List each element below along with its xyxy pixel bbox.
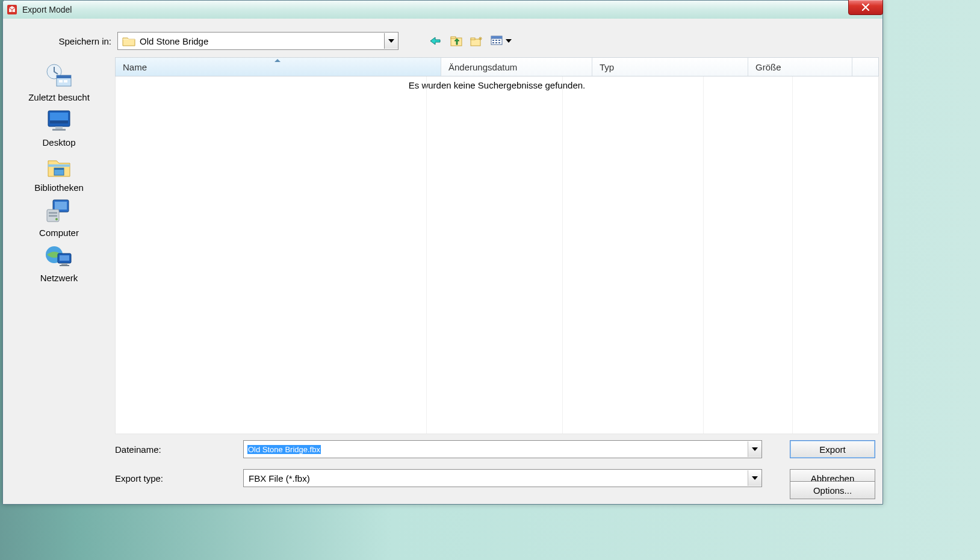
new-folder-button[interactable] [470, 34, 484, 48]
column-modified[interactable]: Änderungsdatum [441, 58, 592, 76]
back-button[interactable] [429, 34, 443, 48]
place-label: Netzwerk [40, 273, 78, 283]
save-in-label: Speichern in: [3, 36, 117, 46]
svg-rect-27 [52, 129, 66, 131]
svg-rect-32 [55, 202, 67, 210]
column-name[interactable]: Name [116, 58, 441, 76]
file-list-body[interactable]: Es wurden keine Suchergebnisse gefunden. [115, 76, 879, 434]
filename-label: Dateiname: [3, 444, 243, 455]
app-icon [7, 4, 17, 15]
svg-rect-14 [498, 40, 500, 41]
svg-rect-13 [495, 40, 497, 41]
svg-rect-11 [491, 36, 502, 39]
chevron-down-icon [506, 39, 512, 43]
svg-rect-28 [48, 164, 70, 167]
folder-icon [122, 34, 136, 48]
close-button[interactable] [848, 0, 883, 15]
place-computer[interactable]: Computer [14, 198, 104, 238]
svg-rect-22 [64, 80, 67, 82]
svg-rect-30 [54, 168, 64, 170]
export-type-value: FBX File (*.fbx) [244, 473, 748, 484]
export-type-label: Export type: [3, 473, 243, 484]
save-in-name: Old Stone Bridge [140, 36, 384, 46]
place-label: Computer [39, 228, 79, 238]
column-label: Größe [755, 62, 781, 72]
place-label: Desktop [42, 137, 75, 148]
place-desktop[interactable]: Desktop [14, 107, 104, 148]
svg-point-36 [55, 218, 58, 220]
svg-rect-25 [50, 120, 68, 123]
save-in-combo[interactable]: Old Stone Bridge [117, 32, 399, 50]
column-header-row: Name Änderungsdatum Typ Größe [115, 57, 879, 76]
titlebar[interactable]: Export Model [3, 1, 882, 19]
svg-rect-40 [61, 263, 67, 265]
export-button[interactable]: Export [790, 440, 875, 458]
nav-toolbar [429, 34, 512, 48]
chevron-down-icon [752, 447, 758, 451]
svg-rect-26 [55, 126, 63, 129]
place-recent[interactable]: Zuletzt besucht [14, 62, 104, 102]
svg-rect-4 [471, 38, 475, 40]
svg-rect-20 [57, 75, 71, 78]
place-label: Zuletzt besucht [28, 92, 90, 102]
filename-dropdown-button[interactable] [748, 441, 761, 457]
svg-rect-3 [471, 39, 480, 46]
svg-rect-12 [492, 40, 494, 41]
svg-rect-17 [498, 42, 500, 43]
column-label: Änderungsdatum [448, 62, 517, 72]
client-area: Speichern in: Old Stone Bridge [3, 19, 882, 504]
column-size[interactable]: Größe [748, 58, 852, 76]
window-title: Export Model [22, 5, 72, 14]
file-list: Name Änderungsdatum Typ Größe Es wu [115, 57, 879, 434]
export-type-dropdown-button[interactable] [748, 470, 761, 486]
column-spacer [852, 58, 878, 76]
chevron-down-icon [388, 39, 394, 43]
svg-rect-35 [49, 215, 57, 217]
places-bar: Zuletzt besucht Desktop Bibliotheken Com… [3, 57, 115, 434]
options-button[interactable]: Options... [790, 481, 875, 499]
svg-rect-39 [60, 255, 69, 261]
column-label: Name [123, 62, 147, 72]
chevron-down-icon [752, 476, 758, 480]
filename-combo[interactable]: Old Stone Bridge.fbx [243, 440, 762, 458]
middle-area: Zuletzt besucht Desktop Bibliotheken Com… [3, 57, 882, 434]
place-network[interactable]: Netzwerk [14, 243, 104, 283]
svg-rect-2 [451, 37, 456, 39]
svg-rect-34 [49, 212, 57, 214]
bottom-panel: Dateiname: Old Stone Bridge.fbx Export E… [3, 434, 882, 504]
svg-rect-21 [59, 80, 63, 82]
svg-rect-16 [495, 42, 497, 43]
export-dialog: Export Model Speichern in: Old Stone Bri… [2, 0, 883, 505]
column-type[interactable]: Typ [592, 58, 748, 76]
location-bar: Speichern in: Old Stone Bridge [3, 19, 882, 57]
place-libraries[interactable]: Bibliotheken [14, 152, 104, 193]
svg-rect-15 [492, 42, 494, 43]
save-in-dropdown-button[interactable] [384, 33, 398, 49]
up-one-level-button[interactable] [449, 34, 464, 48]
export-type-combo[interactable]: FBX File (*.fbx) [243, 469, 762, 487]
empty-message: Es wurden keine Suchergebnisse gefunden. [116, 80, 878, 90]
svg-rect-41 [60, 265, 69, 266]
place-label: Bibliotheken [34, 182, 84, 193]
filename-value[interactable]: Old Stone Bridge.fbx [247, 445, 321, 454]
sort-asc-icon [274, 59, 281, 62]
column-label: Typ [600, 62, 614, 72]
view-menu-button[interactable] [490, 34, 512, 48]
